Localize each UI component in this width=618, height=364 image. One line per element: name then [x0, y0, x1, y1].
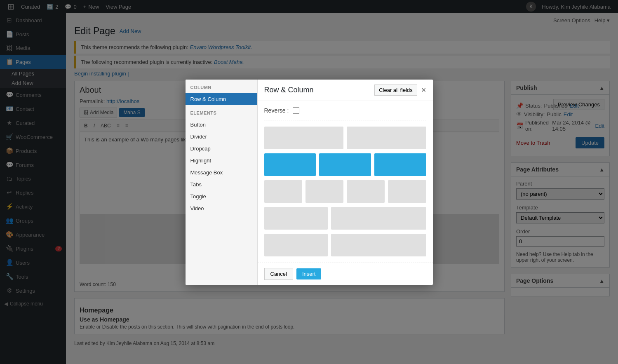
layout-col-3-3[interactable]: [347, 180, 385, 203]
layout-row-5: [264, 234, 426, 256]
modal-sidebar-item-video[interactable]: Video: [186, 202, 257, 214]
reverse-checkbox[interactable]: [293, 107, 299, 114]
layout-col-5-1[interactable]: [264, 234, 328, 256]
layout-col-5-2[interactable]: [331, 234, 426, 256]
insert-button[interactable]: Insert: [296, 268, 322, 279]
modal-sidebar-item-tabs[interactable]: Tabs: [186, 178, 257, 190]
layout-col-3-2[interactable]: [305, 180, 343, 203]
layout-row-2: [264, 153, 426, 176]
modal-sidebar: COLUMN Row & Column ELEMENTS Button Divi…: [186, 80, 258, 285]
modal-overlay[interactable]: COLUMN Row & Column ELEMENTS Button Divi…: [0, 0, 618, 364]
column-layout-grid: [264, 127, 426, 256]
elements-section-label: ELEMENTS: [186, 107, 257, 119]
layout-row-1: [264, 127, 426, 149]
cancel-button[interactable]: Cancel: [264, 268, 293, 280]
layout-col-1-1[interactable]: [264, 127, 344, 149]
layout-col-3-1[interactable]: [264, 180, 302, 203]
modal-sidebar-item-toggle[interactable]: Toggle: [186, 190, 257, 202]
layout-row-3: [264, 180, 426, 203]
column-section-label: COLUMN: [186, 82, 257, 93]
modal-header: Row & Column Clear all fields ×: [258, 80, 433, 101]
layout-col-1-2[interactable]: [347, 127, 426, 149]
modal-sidebar-item-button[interactable]: Button: [186, 119, 257, 131]
modal-header-actions: Clear all fields ×: [374, 85, 426, 96]
clear-all-fields-button[interactable]: Clear all fields: [374, 85, 417, 96]
row-column-modal: COLUMN Row & Column ELEMENTS Button Divi…: [186, 80, 433, 285]
modal-title: Row & Column: [264, 86, 314, 94]
reverse-row: Reverse :: [264, 107, 426, 120]
layout-row-4: [264, 207, 426, 230]
layout-col-2-1[interactable]: [264, 153, 316, 176]
modal-sidebar-item-message-box[interactable]: Message Box: [186, 167, 257, 178]
modal-sidebar-item-row-column[interactable]: Row & Column: [186, 93, 257, 105]
layout-col-3-4[interactable]: [388, 180, 426, 203]
layout-col-4-1[interactable]: [264, 207, 328, 230]
layout-col-4-2[interactable]: [331, 207, 426, 230]
modal-sidebar-item-divider[interactable]: Divider: [186, 131, 257, 143]
modal-close-button[interactable]: ×: [421, 86, 426, 94]
modal-footer: Cancel Insert: [258, 263, 433, 285]
layout-col-2-2[interactable]: [319, 153, 371, 176]
modal-body: Reverse :: [258, 101, 433, 263]
modal-sidebar-item-highlight[interactable]: Highlight: [186, 155, 257, 167]
reverse-label: Reverse :: [264, 107, 289, 114]
layout-col-2-3[interactable]: [374, 153, 426, 176]
modal-sidebar-item-dropcap[interactable]: Dropcap: [186, 143, 257, 155]
modal-main: Row & Column Clear all fields × Reverse …: [258, 80, 433, 285]
